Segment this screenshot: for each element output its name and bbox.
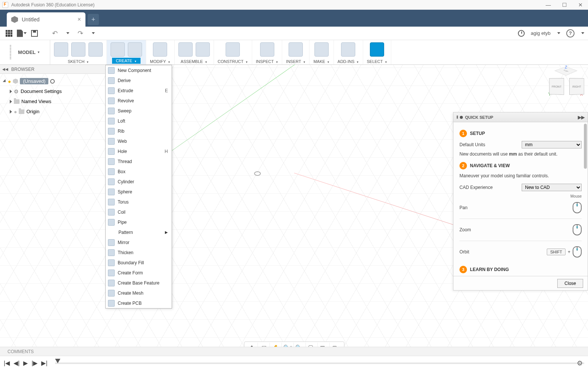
menu-item-pattern[interactable]: Pattern▶ [106,227,172,237]
ribbon-group-sketch[interactable]: SKETCH [50,40,107,64]
default-units-select[interactable]: mm [522,141,582,148]
menu-item-new-component[interactable]: New Component [106,65,172,75]
ribbon-tool-icon[interactable] [370,42,384,57]
ribbon-group-add-ins[interactable]: ADD-INS [334,40,363,64]
quick-setup-header[interactable]: ⦀ QUICK SETUP ▶▶ [453,112,588,122]
ribbon-group-label[interactable]: MAKE [313,59,329,64]
ribbon-tool-icon[interactable] [341,42,355,57]
menu-item-coil[interactable]: Coil [106,207,172,217]
ribbon-group-label[interactable]: ASSEMBLE [181,59,207,64]
visibility-bulb-icon[interactable]: ● [14,109,17,115]
timeline-track[interactable] [55,363,584,364]
ribbon-tool-icon[interactable] [196,42,210,57]
tree-item-origin[interactable]: ● Origin [1,106,103,117]
timeline-start-button[interactable]: |◀ [4,360,10,367]
ribbon-group-label[interactable]: SELECT [367,59,388,64]
ribbon-tool-icon[interactable] [289,42,303,57]
ribbon-group-insert[interactable]: INSERT [282,40,310,64]
menu-item-rib[interactable]: Rib [106,126,172,136]
undo-button[interactable]: ↶ [49,28,60,39]
user-menu[interactable]: agig etyb [531,30,551,36]
ribbon-group-construct[interactable]: CONSTRUCT [214,40,252,64]
ribbon-group-label[interactable]: ADD-INS [338,59,359,64]
canvas-area[interactable]: ◀◀ BROWSER ● (Unsaved) ⚙ Document Settin… [0,65,588,356]
ribbon-group-inspect[interactable]: INSPECT [252,40,283,64]
menu-item-sphere[interactable]: Sphere [106,187,172,197]
ribbon-group-select[interactable]: SELECT [363,40,392,64]
visibility-bulb-icon[interactable]: ● [8,78,11,84]
viewcube-front-face[interactable]: FRONT [549,78,564,95]
new-tab-button[interactable]: + [88,14,99,25]
timeline-marker[interactable] [55,359,60,363]
menu-item-loft[interactable]: Loft [106,116,172,126]
ribbon-group-create[interactable]: CREATE [107,40,146,64]
menu-item-sweep[interactable]: Sweep [106,106,172,116]
menu-item-create-base-feature[interactable]: Create Base Feature [106,278,172,288]
document-tab[interactable]: Untitled × [7,12,85,27]
menu-item-thicken[interactable]: Thicken [106,247,172,258]
expand-arrow-icon[interactable] [3,79,7,83]
viewcube-right-face[interactable]: RIGHT [569,78,584,95]
ribbon-group-label[interactable]: SKETCH [68,59,89,64]
close-tab-button[interactable]: × [78,16,81,23]
menu-item-mirror[interactable]: Mirror [106,237,172,247]
ribbon-tool-icon[interactable] [88,42,103,57]
timeline-end-button[interactable]: ▶| [41,360,47,367]
collapse-browser-icon[interactable]: ◀◀ [2,67,8,71]
menu-item-extrude[interactable]: ExtrudeE [106,85,172,96]
quick-setup-close-button[interactable]: Close [557,279,583,288]
menu-item-cylinder[interactable]: Cylinder [106,177,172,187]
menu-item-create-pcb[interactable]: Create PCB [106,298,172,308]
help-button[interactable]: ? [566,29,575,37]
redo-button[interactable]: ↷ [75,28,85,39]
menu-item-hole[interactable]: HoleH [106,146,172,156]
activate-radio-icon[interactable] [50,79,55,84]
timeline-play-button[interactable]: ▶ [23,360,28,367]
tree-item-named-views[interactable]: Named Views [1,96,103,106]
ribbon-tool-icon[interactable] [178,42,193,57]
ribbon-tool-icon[interactable] [128,42,142,57]
workspace-switcher[interactable]: MODEL ▼ [0,40,50,64]
menu-item-boundary-fill[interactable]: Boundary Fill [106,258,172,268]
data-panel-button[interactable] [4,28,14,39]
ribbon-tool-icon[interactable] [71,42,85,57]
ribbon-tool-icon[interactable] [260,42,274,57]
menu-item-web[interactable]: Web [106,136,172,146]
expand-arrow-icon[interactable] [10,100,12,103]
menu-item-derive[interactable]: Derive [106,75,172,85]
ribbon-group-modify[interactable]: MODIFY [146,40,175,64]
minimize-button[interactable]: — [546,2,551,8]
cad-experience-select[interactable]: New to CAD [522,184,582,191]
ribbon-tool-icon[interactable] [111,42,125,57]
file-menu-button[interactable] [16,28,27,39]
ribbon-tool-icon[interactable] [226,42,240,57]
ribbon-group-make[interactable]: MAKE [310,40,334,64]
expand-panel-icon[interactable]: ▶▶ [578,115,585,120]
ribbon-group-assemble[interactable]: ASSEMBLE [175,40,214,64]
menu-item-torus[interactable]: Torus [106,197,172,207]
tree-item-document-settings[interactable]: ⚙ Document Settings [1,86,103,96]
menu-item-pipe[interactable]: Pipe [106,217,172,227]
ribbon-group-label[interactable]: CONSTRUCT [218,59,248,64]
menu-item-thread[interactable]: Thread [106,156,172,166]
timeline-prev-button[interactable]: ◀| [13,360,19,367]
tree-root[interactable]: ● (Unsaved) [1,76,103,86]
timeline-next-button[interactable]: |▶ [31,360,37,367]
ribbon-tool-icon[interactable] [314,42,329,57]
expand-arrow-icon[interactable] [10,90,12,93]
comments-bar[interactable]: COMMENTS [0,347,588,356]
redo-dropdown[interactable] [88,28,98,39]
maximize-button[interactable]: ☐ [562,2,567,8]
menu-item-box[interactable]: Box [106,166,172,177]
ribbon-group-label[interactable]: CREATE [112,58,141,64]
undo-dropdown[interactable] [62,28,73,39]
menu-item-revolve[interactable]: Revolve [106,96,172,106]
ribbon-group-label[interactable]: MODIFY [150,59,171,64]
expand-arrow-icon[interactable] [10,110,12,114]
close-window-button[interactable]: ✕ [578,2,583,8]
timeline-settings-button[interactable]: ⚙ [577,359,583,367]
save-button[interactable] [29,28,40,39]
ribbon-group-label[interactable]: INSPECT [256,59,278,64]
ribbon-tool-icon[interactable] [153,42,167,57]
view-cube[interactable]: Z TOP FRONT RIGHT Y X [551,67,581,97]
